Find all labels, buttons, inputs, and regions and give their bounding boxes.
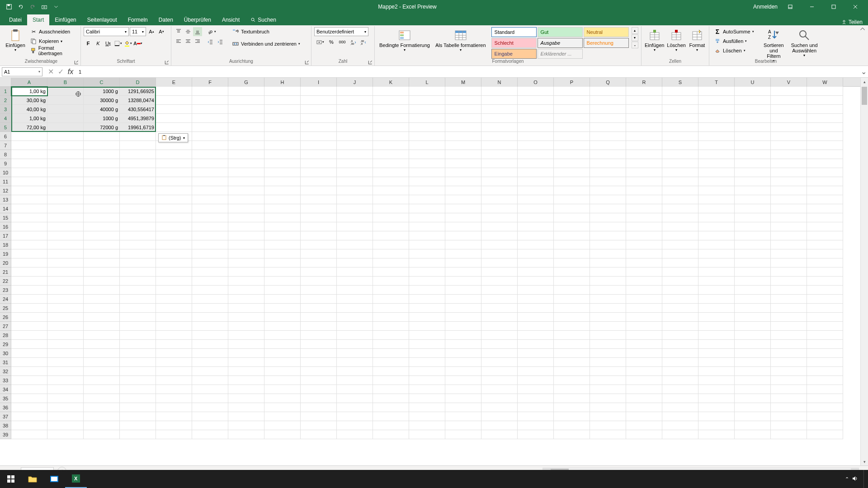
row-header[interactable]: 28	[0, 331, 11, 340]
cell[interactable]	[662, 267, 698, 277]
cell[interactable]	[662, 412, 698, 421]
cell[interactable]	[626, 150, 662, 159]
paste-button[interactable]: Einfügen▾	[5, 27, 26, 53]
cell[interactable]	[11, 286, 47, 295]
scroll-thumb[interactable]	[862, 87, 867, 105]
cell[interactable]	[518, 277, 554, 286]
maximize-button[interactable]	[825, 0, 843, 14]
cell[interactable]	[590, 412, 626, 421]
cell[interactable]: 30000 g	[84, 96, 120, 105]
cell[interactable]	[373, 421, 409, 430]
fill-button[interactable]: Ausfüllen▾	[712, 37, 756, 46]
cell[interactable]	[590, 132, 626, 141]
grow-font-button[interactable]: A▴	[147, 27, 156, 36]
cell[interactable]	[590, 430, 626, 439]
cell[interactable]	[409, 412, 445, 421]
cell[interactable]: 40,00 kg	[11, 105, 47, 114]
cell[interactable]	[156, 240, 192, 249]
cell[interactable]	[84, 195, 120, 204]
cell[interactable]	[120, 295, 156, 304]
cell[interactable]	[807, 231, 843, 240]
cell[interactable]	[228, 249, 264, 258]
cell[interactable]	[590, 421, 626, 430]
cell[interactable]	[409, 286, 445, 295]
cell[interactable]	[228, 421, 264, 430]
cell[interactable]	[409, 249, 445, 258]
cell[interactable]	[626, 367, 662, 376]
cell[interactable]	[626, 240, 662, 249]
cell[interactable]	[662, 430, 698, 439]
cell[interactable]	[84, 177, 120, 186]
cell[interactable]	[445, 277, 481, 286]
cell[interactable]	[264, 222, 301, 231]
cell[interactable]	[518, 195, 554, 204]
col-header[interactable]: B	[47, 78, 84, 87]
row-header[interactable]: 14	[0, 204, 11, 213]
cell[interactable]	[662, 195, 698, 204]
cell[interactable]	[156, 258, 192, 267]
cell[interactable]	[337, 349, 373, 358]
cell[interactable]	[156, 340, 192, 349]
cell[interactable]	[735, 231, 771, 240]
cell[interactable]	[373, 403, 409, 412]
cell[interactable]	[735, 349, 771, 358]
cell[interactable]	[698, 322, 735, 331]
cell[interactable]	[626, 258, 662, 267]
cell[interactable]	[228, 123, 264, 132]
redo-button[interactable]	[27, 1, 38, 12]
cell[interactable]	[518, 340, 554, 349]
cell[interactable]	[518, 141, 554, 150]
cell[interactable]	[626, 421, 662, 430]
cell[interactable]	[626, 286, 662, 295]
cell[interactable]	[807, 168, 843, 177]
cell[interactable]	[373, 159, 409, 168]
cell[interactable]	[192, 132, 228, 141]
conditional-formatting-button[interactable]: Bedingte Formatierung▾	[377, 27, 432, 53]
cell[interactable]	[807, 322, 843, 331]
cell[interactable]	[120, 213, 156, 222]
cell[interactable]	[662, 114, 698, 123]
cell[interactable]	[771, 376, 807, 385]
cell[interactable]	[264, 430, 301, 439]
cell[interactable]	[735, 168, 771, 177]
cell[interactable]	[662, 249, 698, 258]
cell[interactable]	[264, 331, 301, 340]
cell[interactable]	[337, 96, 373, 105]
cell[interactable]	[662, 177, 698, 186]
cell[interactable]	[662, 168, 698, 177]
cell[interactable]	[337, 313, 373, 322]
cell[interactable]	[11, 331, 47, 340]
cell[interactable]	[409, 141, 445, 150]
cell[interactable]	[698, 105, 735, 114]
cell[interactable]	[662, 403, 698, 412]
cell[interactable]	[156, 249, 192, 258]
cell[interactable]	[481, 249, 518, 258]
cell[interactable]	[807, 331, 843, 340]
cell[interactable]	[373, 349, 409, 358]
copy-button[interactable]: Kopieren▾	[28, 37, 78, 46]
cell[interactable]	[518, 385, 554, 394]
cell[interactable]: 430,556417	[120, 105, 156, 114]
cell[interactable]	[156, 96, 192, 105]
col-header[interactable]: L	[409, 78, 445, 87]
cell[interactable]	[771, 168, 807, 177]
cell[interactable]	[554, 349, 590, 358]
cell[interactable]	[301, 150, 337, 159]
cell[interactable]	[481, 367, 518, 376]
cell[interactable]	[518, 105, 554, 114]
cell[interactable]	[445, 421, 481, 430]
cell[interactable]	[120, 177, 156, 186]
col-header[interactable]: G	[228, 78, 264, 87]
cell[interactable]	[337, 249, 373, 258]
cell[interactable]	[409, 367, 445, 376]
cell[interactable]	[481, 421, 518, 430]
cell[interactable]	[735, 267, 771, 277]
fill-color-button[interactable]: ▾	[123, 39, 132, 48]
style-berechnung[interactable]: Berechnung	[584, 38, 629, 48]
cell[interactable]	[47, 150, 84, 159]
cell[interactable]	[301, 313, 337, 322]
cell[interactable]	[301, 123, 337, 132]
cell[interactable]	[626, 358, 662, 367]
cell[interactable]	[301, 340, 337, 349]
cell[interactable]	[47, 231, 84, 240]
